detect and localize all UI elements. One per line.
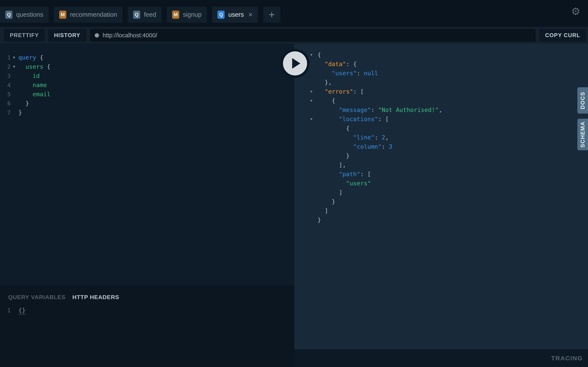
run-query-button[interactable] xyxy=(281,49,310,78)
variables-line[interactable]: 1{} xyxy=(0,306,294,315)
response-line: "users": null xyxy=(294,69,588,78)
code-text: email xyxy=(18,90,51,99)
fold-arrow-icon[interactable]: ▼ xyxy=(308,53,315,57)
code-text: ], xyxy=(318,160,346,170)
gutter-line-number: 2 xyxy=(0,64,11,70)
tab-label: questions xyxy=(16,11,43,18)
response-line: "column": 3 xyxy=(294,142,588,151)
tab-questions[interactable]: Qquestions xyxy=(0,7,49,23)
fold-arrow-icon[interactable]: ▼ xyxy=(308,117,315,121)
code-text: "errors": [ xyxy=(318,87,364,96)
tab-label: users xyxy=(228,11,244,18)
play-icon xyxy=(292,58,300,69)
tab-label: recommendation xyxy=(70,11,117,18)
query-editor-line[interactable]: 6 } xyxy=(0,99,294,108)
tab-label: feed xyxy=(144,11,156,18)
tab-strip: QquestionsMrecommendationQfeedMsignupQus… xyxy=(0,7,280,23)
tab-recommendation[interactable]: Mrecommendation xyxy=(54,7,122,23)
copy-curl-button[interactable]: COPY CURL xyxy=(539,29,586,42)
query-badge: Q xyxy=(217,11,225,19)
response-line: "message": "Not Authorised!", xyxy=(294,105,588,115)
fold-arrow-icon[interactable]: ▼ xyxy=(308,90,315,94)
response-line: } xyxy=(294,151,588,160)
code-text: ] xyxy=(318,206,328,216)
code-text: users { xyxy=(18,62,51,71)
response-line: } xyxy=(294,197,588,206)
response-line: } xyxy=(294,216,588,225)
endpoint-url-box xyxy=(90,29,536,42)
tab-bar: QquestionsMrecommendationQfeedMsignupQus… xyxy=(0,0,588,27)
response-line: ▼ { xyxy=(294,96,588,105)
response-line: ] xyxy=(294,206,588,216)
code-text: } xyxy=(18,99,29,108)
tab-feed[interactable]: Qfeed xyxy=(128,7,162,23)
tab-http-headers[interactable]: HTTP HEADERS xyxy=(72,294,119,300)
query-editor-line[interactable]: 3 id xyxy=(0,71,294,81)
code-text: } xyxy=(18,108,22,117)
gutter-line-number: 1 xyxy=(0,54,11,61)
variables-panel-tabs: QUERY VARIABLESHTTP HEADERS xyxy=(0,285,294,300)
code-text: query { xyxy=(18,53,43,62)
response-line: "data": { xyxy=(294,59,588,69)
response-line: "line": 2, xyxy=(294,133,588,142)
schema-tab[interactable]: SCHEMA xyxy=(577,119,588,150)
response-line: "path": [ xyxy=(294,170,588,179)
query-editor-line[interactable]: 5 email xyxy=(0,90,294,99)
query-badge: Q xyxy=(5,11,12,19)
code-text: "path": [ xyxy=(318,170,371,179)
code-text: "users": null xyxy=(318,69,378,78)
response-line: ▼ "locations": [ xyxy=(294,115,588,124)
code-text: "data": { xyxy=(318,59,357,69)
fold-arrow-icon[interactable]: ▼ xyxy=(11,56,17,60)
gutter-line-number: 7 xyxy=(0,109,11,116)
fold-arrow-icon[interactable]: ▼ xyxy=(308,99,315,103)
code-text: } xyxy=(318,151,350,160)
code-text: "users" xyxy=(318,179,371,188)
tab-signup[interactable]: Msignup xyxy=(167,7,207,23)
docs-tab-label: DOCS xyxy=(580,92,586,109)
response-pane: ▼{ "data": { "users": null },▼ "errors":… xyxy=(294,44,588,349)
plus-icon: + xyxy=(269,9,275,20)
query-editor-pane[interactable]: 1▼query {2▼ users {3 id4 name5 email6 }7… xyxy=(0,44,294,285)
query-editor-line[interactable]: 1▼query { xyxy=(0,53,294,62)
mutation-badge: M xyxy=(59,11,66,19)
tracing-bar[interactable]: TRACING xyxy=(294,349,588,367)
tab-users[interactable]: Qusers× xyxy=(212,7,258,23)
code-text: "message": "Not Authorised!", xyxy=(318,105,442,115)
settings-gear-icon[interactable]: ⚙ xyxy=(571,6,581,17)
endpoint-url-input[interactable] xyxy=(103,32,531,39)
code-text: }, xyxy=(318,78,332,87)
play-circle xyxy=(283,51,307,75)
variables-editor-code[interactable]: 1{} xyxy=(0,300,294,315)
query-editor-code: 1▼query {2▼ users {3 id4 name5 email6 }7… xyxy=(0,44,294,117)
query-editor-line[interactable]: 4 name xyxy=(0,81,294,90)
new-tab-button[interactable]: + xyxy=(263,7,280,23)
query-badge: Q xyxy=(133,11,140,19)
history-button[interactable]: HISTORY xyxy=(48,29,86,42)
response-line: ] xyxy=(294,188,588,197)
response-line: }, xyxy=(294,78,588,87)
fold-arrow-icon[interactable]: ▼ xyxy=(11,65,17,69)
tab-query-variables[interactable]: QUERY VARIABLES xyxy=(8,294,66,300)
response-line: "users" xyxy=(294,179,588,188)
query-editor-line[interactable]: 2▼ users { xyxy=(0,62,294,71)
code-text: { xyxy=(318,96,335,105)
gutter-line-number: 3 xyxy=(0,73,11,79)
code-text: "column": 3 xyxy=(318,142,392,151)
code-text: "locations": [ xyxy=(318,115,389,124)
response-line: ▼ "errors": [ xyxy=(294,87,588,96)
response-line: { xyxy=(294,124,588,133)
mutation-badge: M xyxy=(172,11,179,19)
prettify-button[interactable]: PRETTIFY xyxy=(4,29,45,42)
docs-tab[interactable]: DOCS xyxy=(577,87,588,114)
response-json-code: ▼{ "data": { "users": null },▼ "errors":… xyxy=(294,44,588,225)
close-tab-icon[interactable]: × xyxy=(248,11,252,18)
gutter-line-number: 4 xyxy=(0,82,11,88)
tracing-label: TRACING xyxy=(551,355,583,362)
response-line: ], xyxy=(294,160,588,170)
code-text: id xyxy=(18,71,40,81)
graphql-playground-window: QquestionsMrecommendationQfeedMsignupQus… xyxy=(0,0,588,367)
endpoint-status-dot xyxy=(95,33,99,38)
query-editor-line[interactable]: 7} xyxy=(0,108,294,117)
variables-panel: QUERY VARIABLESHTTP HEADERS 1{} xyxy=(0,285,294,367)
